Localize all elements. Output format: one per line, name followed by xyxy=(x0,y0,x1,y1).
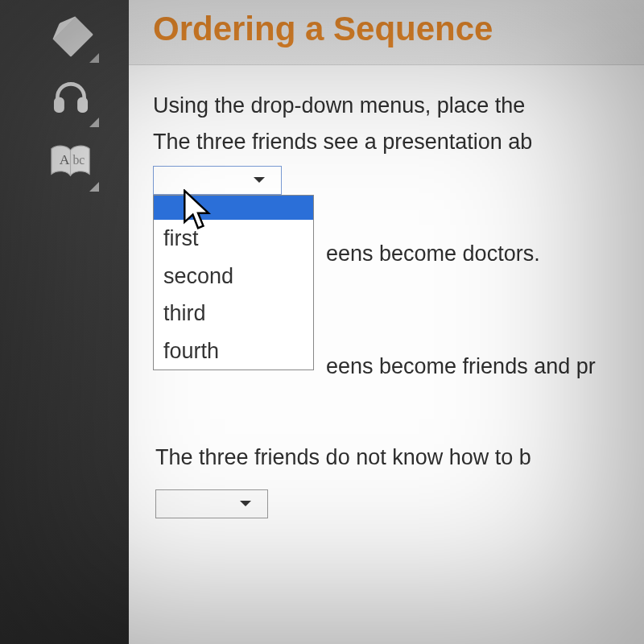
tool-glossary[interactable]: A bc xyxy=(40,133,101,193)
option-blank[interactable] xyxy=(154,196,313,220)
order-select-2[interactable] xyxy=(155,489,268,518)
select-box[interactable] xyxy=(153,166,282,195)
sentence-fragment-2: eens become friends and pr xyxy=(326,354,596,379)
toolbar-sidebar: A bc xyxy=(0,0,129,644)
instruction-line-2: The three friends see a presentation ab xyxy=(153,126,620,159)
pencil-icon xyxy=(47,11,93,57)
mouse-cursor xyxy=(181,189,215,234)
option-first[interactable]: first xyxy=(154,220,313,258)
sentence-fragment-1: eens become doctors. xyxy=(326,242,540,266)
page-title: Ordering a Sequence xyxy=(153,10,620,48)
dropdown-list[interactable]: first second third fourth xyxy=(153,195,314,370)
option-fourth[interactable]: fourth xyxy=(154,332,313,370)
title-bar: Ordering a Sequence xyxy=(129,0,644,65)
select-box[interactable] xyxy=(155,489,268,518)
svg-text:bc: bc xyxy=(72,153,85,167)
sentence-fragment-3: The three friends do not know how to b xyxy=(155,445,531,470)
chevron-down-icon xyxy=(254,177,265,188)
svg-rect-1 xyxy=(79,99,85,111)
option-second[interactable]: second xyxy=(154,258,313,295)
chevron-down-icon xyxy=(240,501,251,512)
tool-pencil[interactable] xyxy=(40,4,101,64)
tool-headphones[interactable] xyxy=(40,68,101,129)
order-select-1[interactable]: first second third fourth xyxy=(153,166,282,195)
option-third[interactable]: third xyxy=(154,295,313,332)
instruction-line-1: Using the drop-down menus, place the xyxy=(153,89,620,122)
content-area: Ordering a Sequence Using the drop-down … xyxy=(129,0,644,644)
book-icon: A bc xyxy=(48,143,93,183)
headphones-icon xyxy=(51,77,91,121)
svg-rect-0 xyxy=(56,99,62,111)
svg-text:A: A xyxy=(60,151,70,167)
